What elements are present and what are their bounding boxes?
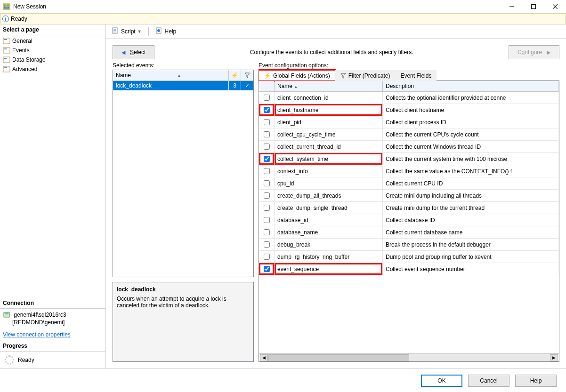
tab-event-fields[interactable]: Event Fields <box>395 70 437 81</box>
field-checkbox[interactable] <box>264 107 270 113</box>
field-checkbox[interactable] <box>264 205 270 211</box>
svg-rect-11 <box>4 48 7 49</box>
global-field-row[interactable]: client_hostnameCollect client hostname <box>259 104 559 116</box>
global-field-row[interactable]: collect_cpu_cycle_timeCollect the curren… <box>259 128 559 141</box>
help-button[interactable]: Help <box>515 375 557 387</box>
svg-rect-2 <box>7 5 9 6</box>
field-checkbox[interactable] <box>264 131 270 137</box>
content-area: Script ▼ Help ◀ Select Configure the eve… <box>106 24 566 368</box>
field-description: Create mini dump including all threads <box>383 190 559 202</box>
field-name: debug_break <box>275 239 383 251</box>
svg-rect-16 <box>4 312 9 317</box>
global-field-row[interactable]: dump_rg_history_ring_bufferDump pool and… <box>259 251 559 263</box>
maximize-button[interactable] <box>523 0 544 13</box>
page-general[interactable]: General <box>0 36 105 46</box>
column-header-name[interactable]: Name ▲ <box>275 81 383 92</box>
page-label: Data Storage <box>12 56 46 63</box>
column-header-bolt[interactable]: ⚡ <box>229 70 241 80</box>
field-checkbox[interactable] <box>264 241 270 248</box>
field-checkbox[interactable] <box>264 180 270 186</box>
global-field-row[interactable]: context_infoCollect the same value as th… <box>259 165 559 177</box>
global-field-row[interactable]: cpu_idCollect current CPU ID <box>259 177 559 190</box>
filter-icon <box>340 73 346 79</box>
desc-title: lock_deadlock <box>117 286 250 293</box>
column-header-name[interactable]: Name ▲ <box>113 70 229 80</box>
field-checkbox[interactable] <box>264 266 270 272</box>
script-icon <box>112 27 119 36</box>
svg-rect-13 <box>4 58 7 59</box>
field-checkbox[interactable] <box>264 217 270 223</box>
page-icon <box>3 47 10 54</box>
desc-body: Occurs when an attempt to acquire a lock… <box>117 296 250 309</box>
global-field-row[interactable]: debug_breakBreak the process in the defa… <box>259 239 559 251</box>
scroll-right-button[interactable]: ▶ <box>550 354 558 361</box>
scroll-left-button[interactable]: ◀ <box>260 354 268 361</box>
help-button[interactable]: Help <box>154 26 178 37</box>
minimize-button[interactable] <box>501 0 523 13</box>
global-field-row[interactable]: client_connection_idCollects the optiona… <box>259 92 559 104</box>
progress-spinner-icon <box>5 355 14 365</box>
global-field-row[interactable]: collect_current_thread_idCollect the cur… <box>259 141 559 153</box>
ok-button[interactable]: OK <box>421 375 462 387</box>
lightning-icon: ⚡ <box>231 72 238 79</box>
page-data-storage[interactable]: Data Storage <box>0 55 105 64</box>
global-field-row[interactable]: create_dump_all_threadsCreate mini dump … <box>259 190 559 202</box>
arrow-left-icon: ◀ <box>121 49 125 56</box>
global-field-row[interactable]: client_pidCollect client process ID <box>259 116 559 128</box>
global-field-row[interactable]: database_nameCollect current database na… <box>259 226 559 239</box>
field-name: database_id <box>275 214 383 226</box>
selected-event-row[interactable]: lock_deadlock 3 ✓ <box>113 81 253 90</box>
page-advanced[interactable]: Advanced <box>0 64 105 74</box>
selected-events-label: Selected events: <box>113 62 254 70</box>
field-description: Dump pool and group ring buffer to xeven… <box>383 251 559 263</box>
dialog-button-bar: OK Cancel Help <box>0 368 566 392</box>
page-icon <box>3 37 10 45</box>
horizontal-scrollbar[interactable]: ◀ ▶ <box>259 353 559 361</box>
field-checkbox[interactable] <box>264 229 270 235</box>
field-checkbox[interactable] <box>264 168 270 174</box>
global-fields-table[interactable]: Name ▲ Description client_connection_idC… <box>259 81 559 353</box>
svg-rect-5 <box>532 4 536 8</box>
config-tabs: ⚡ Global Fields (Actions) Filter (Predic… <box>259 70 559 81</box>
chevron-down-icon: ▼ <box>137 29 142 34</box>
tab-global-fields[interactable]: ⚡ Global Fields (Actions) <box>259 70 335 81</box>
field-checkbox[interactable] <box>264 192 270 199</box>
page-events[interactable]: Events <box>0 46 105 55</box>
progress-header: Progress <box>0 341 105 352</box>
connection-header: Connection <box>0 298 105 309</box>
field-description: Create mini dump for the current thread <box>383 202 559 214</box>
field-description: Collect current database name <box>383 226 559 239</box>
global-field-row[interactable]: database_idCollect database ID <box>259 214 559 226</box>
sort-asc-icon: ▲ <box>178 73 181 78</box>
selected-events-grid[interactable]: Name ▲ ⚡ lock_deadlock 3 ✓ <box>113 70 254 277</box>
page-icon <box>3 65 10 73</box>
script-dropdown-button[interactable]: Script ▼ <box>110 26 144 37</box>
column-header-filter[interactable] <box>241 70 253 80</box>
field-checkbox[interactable] <box>264 254 270 260</box>
window-title: New Session <box>13 3 501 10</box>
cancel-button[interactable]: Cancel <box>468 375 509 387</box>
svg-rect-12 <box>3 57 10 63</box>
select-step-button[interactable]: ◀ Select <box>113 45 154 59</box>
field-checkbox[interactable] <box>264 156 270 162</box>
field-checkbox[interactable] <box>264 95 270 101</box>
global-field-row[interactable]: create_dump_single_threadCreate mini dum… <box>259 202 559 214</box>
close-button[interactable] <box>544 0 566 13</box>
field-name: create_dump_single_thread <box>275 202 383 214</box>
connection-info: genemi4f\sql2016rc3 [REDMOND\genemi] <box>0 309 105 328</box>
field-checkbox[interactable] <box>264 144 270 150</box>
view-connection-properties-link[interactable]: View connection properties <box>0 328 73 341</box>
page-icon <box>3 56 10 64</box>
global-field-row[interactable]: event_sequenceCollect event sequence num… <box>259 263 559 275</box>
page-label: Events <box>12 47 30 54</box>
tab-filter-predicate[interactable]: Filter (Predicate) <box>335 70 396 81</box>
column-header-description[interactable]: Description <box>383 81 559 92</box>
field-description: Collect the same value as the CONTEXT_IN… <box>383 165 559 177</box>
arrow-right-icon: ▶ <box>547 49 550 56</box>
field-name: create_dump_all_threads <box>275 190 383 202</box>
app-icon <box>3 3 10 10</box>
lightning-icon: ⚡ <box>264 72 271 79</box>
field-checkbox[interactable] <box>264 119 270 125</box>
field-name: collect_cpu_cycle_time <box>275 128 383 141</box>
global-field-row[interactable]: collect_system_timeCollect the current s… <box>259 153 559 165</box>
